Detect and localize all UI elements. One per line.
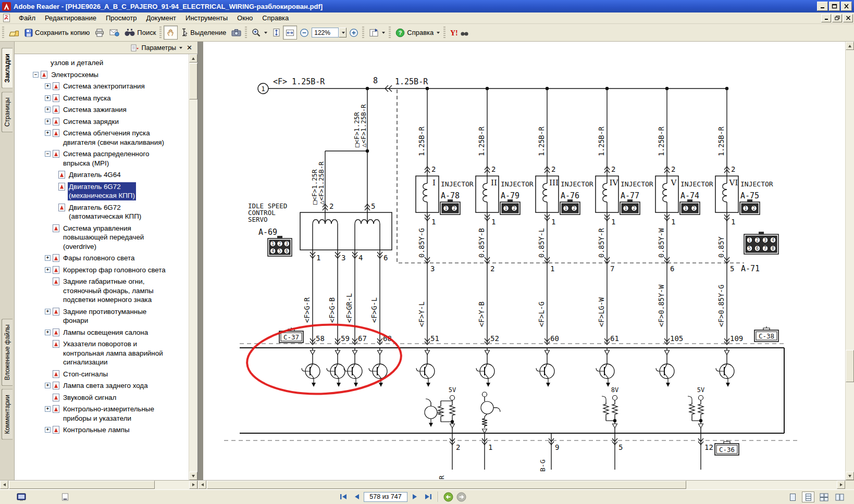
page-thumbnail-button[interactable] — [59, 492, 71, 502]
scroll-right-button[interactable] — [837, 481, 845, 489]
scrollbar-thumb[interactable] — [846, 350, 854, 382]
expand-icon[interactable]: + — [45, 107, 51, 112]
page-display-dropdown-arrow[interactable] — [382, 32, 385, 34]
collapse-icon[interactable]: − — [45, 151, 51, 157]
tab-pages[interactable]: Страницы — [2, 92, 13, 132]
menu-window[interactable]: Окно — [232, 13, 257, 23]
maximize-button[interactable] — [829, 2, 840, 11]
single-page-layout-button[interactable] — [786, 492, 799, 502]
bookmark-item[interactable]: Двигатель 4G64 — [16, 170, 189, 180]
menu-view[interactable]: Просмотр — [101, 13, 141, 23]
select-tool-button[interactable]: Выделение — [178, 26, 229, 40]
scroll-left-button[interactable] — [0, 481, 8, 489]
expand-icon[interactable]: + — [45, 330, 51, 335]
expand-icon[interactable]: + — [45, 95, 51, 101]
tab-comments[interactable]: Комментарии — [2, 389, 13, 440]
zoom-out-button[interactable] — [297, 26, 312, 40]
doc-restore-button[interactable] — [832, 14, 842, 22]
zoom-in-button[interactable] — [346, 26, 361, 40]
scroll-down-button[interactable] — [189, 472, 197, 480]
scrollbar-thumb[interactable] — [189, 63, 197, 99]
bookmark-item[interactable]: +Контрольные лампы — [16, 425, 189, 435]
navigation-pane-toggle-button[interactable] — [16, 492, 28, 502]
search-button[interactable]: Поиск — [122, 26, 158, 40]
bookmark-item[interactable]: +Система зарядки — [16, 117, 189, 127]
close-button[interactable] — [841, 2, 852, 11]
menu-help[interactable]: Справка — [257, 13, 293, 23]
save-copy-button[interactable]: Сохранить копию — [22, 26, 92, 40]
scroll-up-button[interactable] — [846, 42, 854, 50]
email-button[interactable] — [107, 26, 122, 40]
panel-close-icon[interactable]: ✕ — [184, 44, 194, 52]
expand-icon[interactable]: + — [45, 267, 51, 273]
document-horizontal-scrollbar[interactable] — [198, 481, 845, 489]
bookmark-item[interactable]: Двигатель 6G72 (механическая КПП) — [16, 182, 189, 200]
continuous-facing-layout-button[interactable] — [818, 492, 830, 502]
panel-vertical-scrollbar[interactable] — [189, 54, 197, 480]
expand-icon[interactable]: + — [45, 406, 51, 412]
fit-width-button[interactable] — [283, 26, 297, 40]
bookmark-item[interactable]: узлов и деталей — [16, 58, 189, 68]
doc-minimize-button[interactable] — [821, 14, 831, 22]
zoom-tool-dropdown-arrow[interactable] — [264, 32, 267, 34]
next-page-button[interactable] — [409, 492, 420, 502]
bookmark-item[interactable]: +Корректор фар головного света — [16, 266, 189, 275]
page-number-field[interactable] — [364, 492, 407, 502]
menu-edit[interactable]: Редактирование — [40, 13, 101, 23]
bookmark-item[interactable]: Двигатель 6G72 (автоматическая КПП) — [16, 203, 189, 221]
minimize-button[interactable] — [817, 2, 828, 11]
doc-close-button[interactable] — [843, 14, 853, 22]
bookmark-item[interactable]: −Электросхемы — [16, 70, 189, 80]
bookmark-item[interactable]: Звуковой сигнал — [16, 393, 189, 402]
options-dropdown-arrow[interactable] — [179, 47, 182, 49]
expand-icon[interactable]: + — [45, 383, 51, 388]
bookmark-item[interactable]: +Лампа света заднего хода — [16, 381, 189, 390]
help-dropdown-arrow[interactable] — [437, 32, 440, 34]
bookmark-item[interactable]: Указатели поворотов и контрольная лампа … — [16, 339, 189, 367]
yahoo-search-button[interactable]: Y! — [448, 26, 472, 40]
document-vertical-scrollbar[interactable] — [845, 42, 854, 480]
expand-icon[interactable]: + — [45, 309, 51, 314]
bookmark-item[interactable]: Стоп-сигналы — [16, 370, 189, 379]
last-page-button[interactable] — [422, 492, 434, 502]
bookmark-item[interactable]: +Система электропитания — [16, 82, 189, 91]
page-display-button[interactable] — [366, 26, 388, 40]
scroll-down-button[interactable] — [846, 472, 854, 480]
fit-page-button[interactable] — [270, 26, 283, 40]
previous-view-button[interactable] — [442, 492, 454, 502]
scrollbar-thumb[interactable] — [9, 481, 155, 489]
hand-tool-button[interactable] — [164, 26, 178, 40]
help-button[interactable]: ? Справка — [393, 26, 442, 40]
bookmark-item[interactable]: Система управления повышающей передачей … — [16, 224, 189, 251]
scroll-right-button[interactable] — [189, 481, 197, 489]
expand-icon[interactable]: + — [45, 130, 51, 136]
bookmark-item[interactable]: +Система облегчения пуска двигателя (све… — [16, 129, 189, 147]
collapse-icon[interactable]: − — [33, 72, 39, 78]
bookmark-item[interactable]: +Система пуска — [16, 94, 189, 103]
zoom-in-tool-button[interactable] — [249, 26, 270, 40]
bookmark-item[interactable]: +Контрольно-измерительные приборы и указ… — [16, 405, 189, 423]
menu-file[interactable]: Файл — [14, 13, 40, 23]
bookmark-item[interactable]: +Фары головного света — [16, 254, 189, 263]
bookmark-item[interactable]: +Лампы освещения салона — [16, 328, 189, 337]
bookmark-item[interactable]: +Задние противотуманные фонари — [16, 307, 189, 325]
expand-icon[interactable]: + — [45, 255, 51, 261]
bookmark-item[interactable]: −Система распределенного впрыска (MPI) — [16, 149, 189, 168]
continuous-layout-button[interactable] — [802, 492, 814, 502]
print-button[interactable] — [92, 26, 107, 40]
expand-icon[interactable]: + — [45, 83, 51, 89]
zoom-level-field[interactable]: 122% — [312, 28, 339, 37]
bookmark-item[interactable]: Задние габаритные огни, стояночный фонар… — [16, 277, 189, 305]
scroll-up-button[interactable] — [189, 54, 197, 62]
scroll-left-button[interactable] — [198, 481, 206, 489]
previous-page-button[interactable] — [351, 492, 362, 502]
expand-icon[interactable]: + — [45, 427, 51, 433]
first-page-button[interactable] — [338, 492, 349, 502]
menu-document[interactable]: Документ — [141, 13, 181, 23]
panel-horizontal-scrollbar[interactable] — [0, 481, 198, 489]
next-view-button[interactable] — [455, 492, 467, 502]
expand-icon[interactable]: + — [45, 119, 51, 124]
snapshot-button[interactable] — [229, 26, 244, 40]
options-label[interactable]: Параметры — [141, 44, 176, 52]
menu-tools[interactable]: Инструменты — [181, 13, 232, 23]
